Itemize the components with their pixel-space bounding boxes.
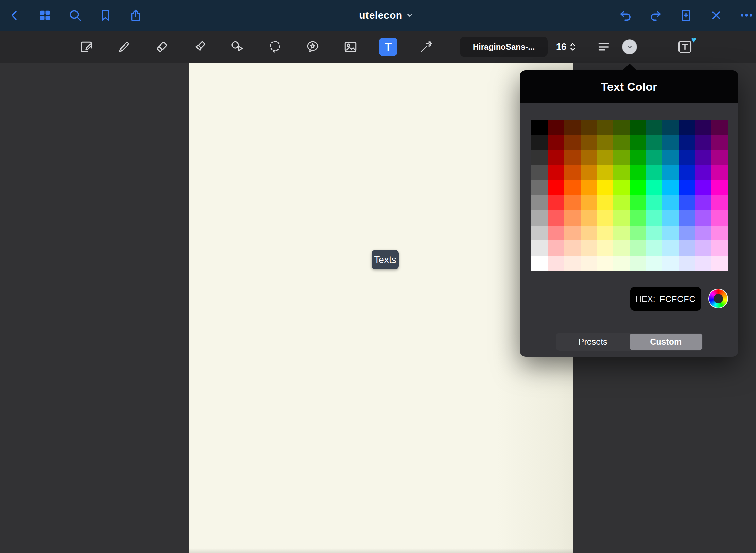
color-swatch-cell[interactable] xyxy=(564,210,580,225)
color-swatch-cell[interactable] xyxy=(630,135,646,150)
color-swatch-cell[interactable] xyxy=(711,120,728,135)
color-swatch-cell[interactable] xyxy=(597,226,613,240)
color-swatch-cell[interactable] xyxy=(662,240,678,255)
color-swatch-cell[interactable] xyxy=(679,210,695,225)
color-swatch-cell[interactable] xyxy=(695,180,711,195)
color-swatch-cell[interactable] xyxy=(630,120,646,135)
color-swatch-cell[interactable] xyxy=(581,240,597,255)
text-color-swatch-button[interactable] xyxy=(622,39,637,54)
color-swatch-cell[interactable] xyxy=(564,240,580,255)
color-swatch-cell[interactable] xyxy=(597,150,613,165)
color-swatch-cell[interactable] xyxy=(548,165,564,180)
color-swatch-cell[interactable] xyxy=(613,210,630,225)
color-swatch-cell[interactable] xyxy=(711,150,728,165)
color-swatch-cell[interactable] xyxy=(630,150,646,165)
color-swatch-cell[interactable] xyxy=(564,256,580,271)
color-swatch-cell[interactable] xyxy=(531,210,548,225)
color-swatch-cell[interactable] xyxy=(581,120,597,135)
color-swatch-cell[interactable] xyxy=(646,226,662,240)
color-swatch-cell[interactable] xyxy=(531,240,548,255)
text-box-style-button[interactable]: ♥ xyxy=(676,38,694,56)
color-swatch-cell[interactable] xyxy=(662,165,678,180)
color-swatch-cell[interactable] xyxy=(646,120,662,135)
color-swatch-cell[interactable] xyxy=(531,165,548,180)
color-swatch-cell[interactable] xyxy=(695,195,711,210)
tool-eraser-button[interactable] xyxy=(154,39,170,55)
color-swatch-cell[interactable] xyxy=(662,195,678,210)
segment-presets[interactable]: Presets xyxy=(556,334,630,350)
color-swatch-cell[interactable] xyxy=(581,210,597,225)
color-swatch-cell[interactable] xyxy=(646,240,662,255)
tool-image-button[interactable] xyxy=(342,39,359,55)
color-swatch-cell[interactable] xyxy=(679,195,695,210)
color-swatch-cell[interactable] xyxy=(646,195,662,210)
color-swatch-cell[interactable] xyxy=(630,240,646,255)
page-canvas[interactable]: Texts xyxy=(189,63,573,553)
color-swatch-cell[interactable] xyxy=(630,226,646,240)
color-swatch-cell[interactable] xyxy=(548,240,564,255)
color-swatch-cell[interactable] xyxy=(613,165,630,180)
color-swatch-cell[interactable] xyxy=(630,180,646,195)
color-swatch-cell[interactable] xyxy=(662,210,678,225)
color-swatch-cell[interactable] xyxy=(711,240,728,255)
color-swatch-cell[interactable] xyxy=(548,195,564,210)
color-swatch-cell[interactable] xyxy=(695,210,711,225)
color-swatch-cell[interactable] xyxy=(597,240,613,255)
color-swatch-cell[interactable] xyxy=(564,120,580,135)
color-swatch-cell[interactable] xyxy=(646,210,662,225)
color-swatch-cell[interactable] xyxy=(646,165,662,180)
color-swatch-cell[interactable] xyxy=(679,150,695,165)
color-swatch-cell[interactable] xyxy=(630,165,646,180)
color-swatch-cell[interactable] xyxy=(581,180,597,195)
text-alignment-button[interactable] xyxy=(596,39,612,55)
color-swatch-cell[interactable] xyxy=(679,226,695,240)
document-title-button[interactable]: utelecon xyxy=(359,0,413,31)
color-swatch-cell[interactable] xyxy=(613,150,630,165)
color-swatch-cell[interactable] xyxy=(679,135,695,150)
color-swatch-cell[interactable] xyxy=(695,150,711,165)
color-swatch-cell[interactable] xyxy=(711,135,728,150)
color-swatch-cell[interactable] xyxy=(711,226,728,240)
color-swatch-cell[interactable] xyxy=(695,165,711,180)
color-swatch-cell[interactable] xyxy=(564,135,580,150)
thumbnails-button[interactable] xyxy=(37,8,52,23)
redo-button[interactable] xyxy=(648,8,663,23)
more-button[interactable] xyxy=(739,8,754,23)
color-swatch-cell[interactable] xyxy=(613,195,630,210)
color-swatch-cell[interactable] xyxy=(531,150,548,165)
color-swatch-cell[interactable] xyxy=(695,240,711,255)
color-swatch-cell[interactable] xyxy=(630,210,646,225)
color-swatch-cell[interactable] xyxy=(679,180,695,195)
color-swatch-cell[interactable] xyxy=(613,135,630,150)
text-object[interactable]: Texts xyxy=(372,250,399,269)
color-swatch-cell[interactable] xyxy=(564,165,580,180)
color-swatch-cell[interactable] xyxy=(564,226,580,240)
color-swatch-cell[interactable] xyxy=(662,226,678,240)
color-swatch-cell[interactable] xyxy=(613,226,630,240)
color-swatch-cell[interactable] xyxy=(581,135,597,150)
color-swatch-cell[interactable] xyxy=(695,135,711,150)
color-swatch-cell[interactable] xyxy=(711,210,728,225)
color-swatch-cell[interactable] xyxy=(613,180,630,195)
color-swatch-cell[interactable] xyxy=(613,120,630,135)
color-swatch-cell[interactable] xyxy=(581,256,597,271)
color-swatch-cell[interactable] xyxy=(679,120,695,135)
color-swatch-cell[interactable] xyxy=(646,256,662,271)
color-swatch-cell[interactable] xyxy=(581,150,597,165)
color-swatch-cell[interactable] xyxy=(548,120,564,135)
color-swatch-cell[interactable] xyxy=(711,165,728,180)
tool-highlighter-button[interactable] xyxy=(191,39,208,55)
back-button[interactable] xyxy=(7,8,22,23)
close-button[interactable] xyxy=(709,8,724,23)
font-size-stepper[interactable]: 16 xyxy=(556,37,576,57)
color-swatch-cell[interactable] xyxy=(531,120,548,135)
tool-elements-button[interactable] xyxy=(305,39,321,55)
color-swatch-cell[interactable] xyxy=(646,135,662,150)
tool-shapes-button[interactable] xyxy=(229,39,245,55)
color-swatch-cell[interactable] xyxy=(564,150,580,165)
color-swatch-cell[interactable] xyxy=(564,195,580,210)
font-family-button[interactable]: HiraginoSans-... xyxy=(460,37,548,57)
color-swatch-cell[interactable] xyxy=(695,256,711,271)
color-swatch-cell[interactable] xyxy=(548,226,564,240)
color-swatch-cell[interactable] xyxy=(695,226,711,240)
